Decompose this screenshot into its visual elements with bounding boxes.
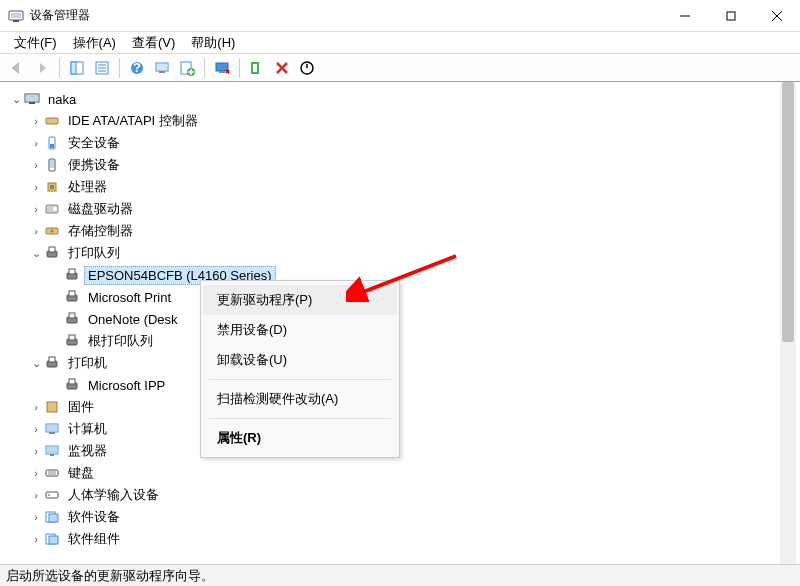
tree-item-cpu[interactable]: › 处理器 <box>8 176 776 198</box>
svg-rect-17 <box>159 71 165 73</box>
monitor-icon <box>44 443 60 459</box>
toolbar-separator <box>204 58 205 78</box>
printer-icon <box>64 267 80 283</box>
menu-bar: 文件(F) 操作(A) 查看(V) 帮助(H) <box>0 32 800 54</box>
expander-icon[interactable]: › <box>28 181 44 193</box>
window-controls <box>662 0 800 31</box>
svg-rect-44 <box>69 291 75 296</box>
ctx-disable-device[interactable]: 禁用设备(D) <box>203 315 397 345</box>
minimize-button[interactable] <box>662 0 708 31</box>
remove-button[interactable] <box>271 57 293 79</box>
close-button[interactable] <box>754 0 800 31</box>
tree-item-ide[interactable]: › IDE ATA/ATAPI 控制器 <box>8 110 776 132</box>
tree-label: IDE ATA/ATAPI 控制器 <box>64 110 202 132</box>
expander-icon[interactable]: › <box>28 401 44 413</box>
svg-rect-2 <box>13 20 19 22</box>
printer-icon <box>44 245 60 261</box>
tree-item-security[interactable]: › 安全设备 <box>8 132 776 154</box>
tree-area: ⌄ naka › IDE ATA/ATAPI 控制器 › 安全设备 › 便携设备… <box>4 82 796 564</box>
software-icon <box>44 531 60 547</box>
printer-icon <box>64 311 80 327</box>
status-bar: 启动所选设备的更新驱动程序向导。 <box>0 564 800 586</box>
printer-icon <box>64 289 80 305</box>
menu-action[interactable]: 操作(A) <box>65 32 124 54</box>
ctx-update-driver[interactable]: 更新驱动程序(P) <box>203 285 397 315</box>
svg-rect-1 <box>11 13 21 18</box>
tree-label: 打印机 <box>64 352 111 374</box>
svg-rect-16 <box>157 64 167 70</box>
svg-rect-46 <box>69 313 75 318</box>
expander-icon[interactable]: › <box>28 489 44 501</box>
forward-button[interactable] <box>31 57 53 79</box>
tree-item-swdev[interactable]: › 软件设备 <box>8 506 776 528</box>
menu-view[interactable]: 查看(V) <box>124 32 183 54</box>
tree-label: 磁盘驱动器 <box>64 198 137 220</box>
svg-rect-60 <box>46 470 58 476</box>
update-driver-button[interactable] <box>176 57 198 79</box>
properties-button[interactable] <box>91 57 113 79</box>
tree-item-printqueue[interactable]: ⌄ 打印队列 <box>8 242 776 264</box>
expander-icon[interactable]: ⌄ <box>28 247 44 260</box>
tree-item-swcomp[interactable]: › 软件组件 <box>8 528 776 550</box>
tree-label: 根打印队列 <box>84 330 157 352</box>
expander-icon[interactable]: › <box>28 159 44 171</box>
security-icon <box>44 135 60 151</box>
svg-point-64 <box>48 494 50 496</box>
expander-icon[interactable]: › <box>28 533 44 545</box>
tree-item-keyboard[interactable]: › 键盘 <box>8 462 776 484</box>
tree-item-hid[interactable]: › 人体学输入设备 <box>8 484 776 506</box>
computer-icon <box>44 421 60 437</box>
printer-icon <box>64 333 80 349</box>
expander-icon[interactable]: › <box>28 423 44 435</box>
uninstall-button[interactable] <box>246 57 268 79</box>
svg-rect-55 <box>47 425 57 431</box>
software-icon <box>44 509 60 525</box>
expander-icon[interactable]: › <box>28 203 44 215</box>
scan-button[interactable] <box>151 57 173 79</box>
tree-label: 打印队列 <box>64 242 124 264</box>
maximize-button[interactable] <box>708 0 754 31</box>
printer-icon <box>44 355 60 371</box>
tree-label: 监视器 <box>64 440 111 462</box>
enable-button[interactable] <box>296 57 318 79</box>
menu-help[interactable]: 帮助(H) <box>183 32 243 54</box>
scrollbar-thumb[interactable] <box>782 82 794 342</box>
ctx-scan-hardware[interactable]: 扫描检测硬件改动(A) <box>203 384 397 414</box>
tree-label: 键盘 <box>64 462 98 484</box>
expander-icon[interactable]: › <box>28 445 44 457</box>
expander-icon[interactable]: › <box>28 467 44 479</box>
expander-icon[interactable]: ⌄ <box>28 357 44 370</box>
svg-rect-40 <box>49 247 55 252</box>
show-hide-console-button[interactable] <box>66 57 88 79</box>
expander-icon[interactable]: › <box>28 225 44 237</box>
ctx-uninstall-device[interactable]: 卸载设备(U) <box>203 345 397 375</box>
disable-button[interactable] <box>211 57 233 79</box>
toolbar: ? <box>0 54 800 82</box>
svg-rect-66 <box>49 514 58 522</box>
expander-icon[interactable]: › <box>28 511 44 523</box>
tree-item-disk[interactable]: › 磁盘驱动器 <box>8 198 776 220</box>
printer-icon <box>64 377 80 393</box>
tree-label: 软件设备 <box>64 506 124 528</box>
back-button[interactable] <box>6 57 28 79</box>
svg-rect-53 <box>47 402 57 412</box>
svg-rect-21 <box>219 71 225 73</box>
ctx-properties[interactable]: 属性(R) <box>203 423 397 453</box>
expander-icon[interactable]: ⌄ <box>8 93 24 106</box>
tree-item-portable[interactable]: › 便携设备 <box>8 154 776 176</box>
tree-label: Microsoft Print <box>84 288 175 307</box>
tree-label: OneNote (Desk <box>84 310 182 329</box>
expander-icon[interactable]: › <box>28 137 44 149</box>
svg-rect-56 <box>49 432 55 434</box>
svg-rect-4 <box>727 12 735 20</box>
svg-rect-59 <box>50 454 54 456</box>
help-button[interactable]: ? <box>126 57 148 79</box>
expander-icon[interactable]: › <box>28 115 44 127</box>
svg-rect-8 <box>71 62 76 74</box>
menu-file[interactable]: 文件(F) <box>6 32 65 54</box>
tree-label: 安全设备 <box>64 132 124 154</box>
scrollbar[interactable] <box>780 82 796 564</box>
status-text: 启动所选设备的更新驱动程序向导。 <box>6 567 214 585</box>
tree-item-storage[interactable]: › 存储控制器 <box>8 220 776 242</box>
tree-root[interactable]: ⌄ naka <box>8 88 776 110</box>
